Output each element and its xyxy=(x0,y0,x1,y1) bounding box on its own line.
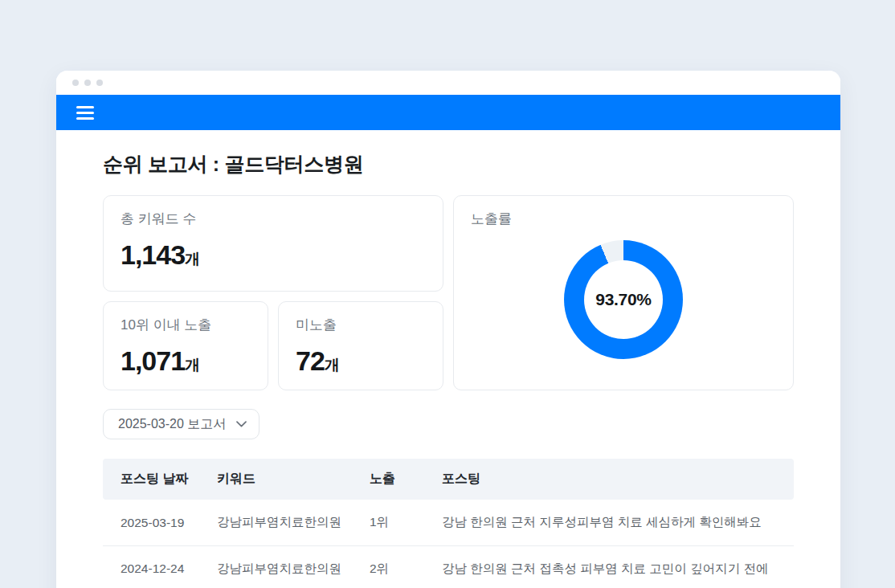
stats-dashboard: 총 키워드 수 1,143개 10위 이내 노출 1,071개 미노출 72개 … xyxy=(103,195,794,390)
top10-exposure-value: 1,071개 xyxy=(121,346,251,376)
not-exposed-unit: 개 xyxy=(325,357,340,374)
stat-cards-column: 총 키워드 수 1,143개 10위 이내 노출 1,071개 미노출 72개 xyxy=(103,195,443,390)
window-titlebar xyxy=(56,71,840,95)
window-dot-3 xyxy=(96,80,103,86)
chevron-down-icon xyxy=(236,421,247,427)
exposure-rate-label: 노출률 xyxy=(471,210,776,228)
not-exposed-card: 미노출 72개 xyxy=(278,301,443,390)
page-title: 순위 보고서 : 골드닥터스병원 xyxy=(103,151,794,178)
stat-cards-row: 10위 이내 노출 1,071개 미노출 72개 xyxy=(103,301,443,390)
cell-posting-title: 강남 한의원 근처 지루성피부염 치료 세심하게 확인해봐요 xyxy=(442,500,794,545)
header-keyword: 키워드 xyxy=(217,459,370,500)
report-date-dropdown-label: 2025-03-20 보고서 xyxy=(118,416,226,433)
header-post-date: 포스팅 날짜 xyxy=(103,459,217,500)
app-window: 순위 보고서 : 골드닥터스병원 총 키워드 수 1,143개 10위 이내 노… xyxy=(56,71,840,588)
exposure-donut: 93.70% xyxy=(564,240,683,359)
keyword-report-table: 포스팅 날짜 키워드 노출 포스팅 2025-03-19 강남피부염치료한의원 … xyxy=(103,459,794,588)
not-exposed-value: 72개 xyxy=(296,346,426,376)
not-exposed-label: 미노출 xyxy=(296,316,426,334)
cell-exposure-rank: 1위 xyxy=(370,500,442,545)
menu-icon[interactable] xyxy=(76,106,94,120)
cell-posting-title: 강남 한의원 근처 접촉성 피부염 치료 고민이 깊어지기 전에 xyxy=(442,545,794,588)
table-row: 2025-03-19 강남피부염치료한의원 1위 강남 한의원 근처 지루성피부… xyxy=(103,500,794,545)
top10-exposure-card: 10위 이내 노출 1,071개 xyxy=(103,301,268,390)
total-keywords-value: 1,143개 xyxy=(121,240,426,270)
cell-exposure-rank: 2위 xyxy=(370,545,442,588)
top10-exposure-unit: 개 xyxy=(185,357,200,374)
main-content: 순위 보고서 : 골드닥터스병원 총 키워드 수 1,143개 10위 이내 노… xyxy=(56,130,840,588)
cell-post-date: 2024-12-24 xyxy=(103,545,217,588)
total-keywords-card: 총 키워드 수 1,143개 xyxy=(103,195,443,292)
header-exposure: 노출 xyxy=(370,459,442,500)
top10-exposure-label: 10위 이내 노출 xyxy=(121,316,251,334)
total-keywords-label: 총 키워드 수 xyxy=(121,210,426,228)
window-dot-1 xyxy=(72,80,79,86)
table-row: 2024-12-24 강남피부염치료한의원 2위 강남 한의원 근처 접촉성 피… xyxy=(103,545,794,588)
window-dot-2 xyxy=(84,80,91,86)
donut-center-value: 93.70% xyxy=(584,260,663,339)
donut-chart-area: 93.70% xyxy=(471,228,776,376)
exposure-rate-card: 노출률 93.70% xyxy=(453,195,794,390)
cell-keyword: 강남피부염치료한의원 xyxy=(217,545,370,588)
table-header-row: 포스팅 날짜 키워드 노출 포스팅 xyxy=(103,459,794,500)
header-posting: 포스팅 xyxy=(442,459,794,500)
cell-post-date: 2025-03-19 xyxy=(103,500,217,545)
app-header xyxy=(56,95,840,130)
cell-keyword: 강남피부염치료한의원 xyxy=(217,500,370,545)
report-date-dropdown[interactable]: 2025-03-20 보고서 xyxy=(103,409,260,439)
total-keywords-unit: 개 xyxy=(185,251,200,267)
